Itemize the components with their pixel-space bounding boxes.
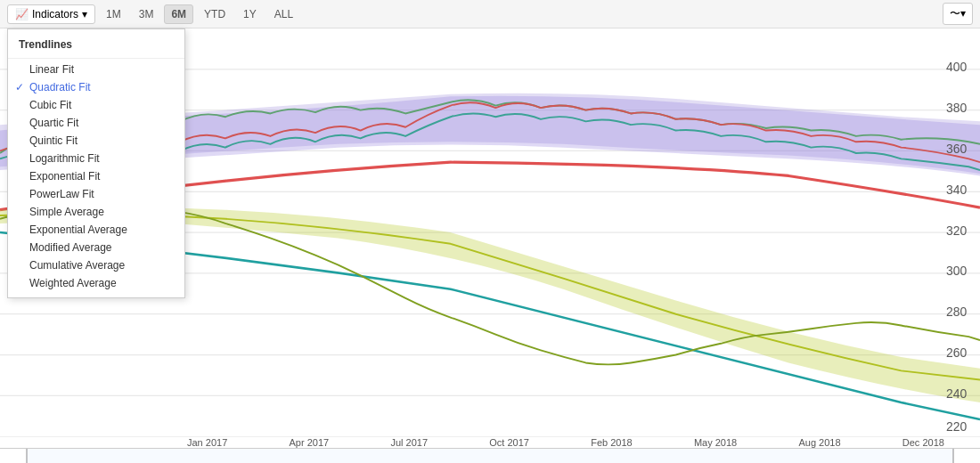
dropdown-item-logarithmic-fit[interactable]: Logarithmic Fit — [8, 150, 184, 167]
x-label-dec2018: Dec 2018 — [902, 437, 944, 448]
dropdown-item-simple-average[interactable]: Simple Average — [8, 203, 184, 221]
svg-text:400: 400 — [946, 60, 967, 74]
x-label-apr2017: Apr 2017 — [290, 437, 330, 448]
period-3m[interactable]: 3M — [132, 4, 161, 24]
x-axis: Jan 2017 Apr 2017 Jul 2017 Oct 2017 Feb … — [0, 436, 980, 448]
indicators-button[interactable]: 📈 Indicators ▾ — [7, 4, 95, 24]
toolbar: 📈 Indicators ▾ 1M 3M 6M YTD 1Y ALL 〜▾ — [0, 0, 980, 28]
mini-chart-svg: ⦿ ⦿ ⦿ — [0, 449, 980, 463]
dropdown-item-powerlaw-fit[interactable]: PowerLaw Fit — [8, 185, 184, 203]
period-6m[interactable]: 6M — [164, 4, 193, 24]
dropdown-item-linear-fit[interactable]: Linear Fit — [8, 61, 184, 78]
mini-chart[interactable]: ⦿ ⦿ ⦿ — [0, 448, 980, 463]
dropdown-item-weighted-average[interactable]: Weighted Average — [8, 274, 184, 292]
period-1m[interactable]: 1M — [99, 4, 128, 24]
svg-rect-22 — [27, 449, 953, 463]
chart-type-button[interactable]: 〜▾ — [943, 3, 973, 25]
dropdown-item-modified-average[interactable]: Modified Average — [8, 239, 184, 256]
trendlines-dropdown: Trendlines Linear Fit Quadratic Fit Cubi… — [7, 28, 185, 298]
toolbar-right: 〜▾ — [943, 3, 973, 25]
svg-text:380: 380 — [946, 101, 967, 115]
period-1y[interactable]: 1Y — [236, 4, 264, 24]
period-all[interactable]: ALL — [267, 4, 300, 24]
x-label-may2018: May 2018 — [694, 437, 737, 448]
indicators-label: Indicators — [32, 8, 78, 20]
dropdown-item-quartic-fit[interactable]: Quartic Fit — [8, 114, 184, 132]
main-chart-area: Trendlines Linear Fit Quadratic Fit Cubi… — [0, 28, 980, 436]
dropdown-item-exponential-average[interactable]: Exponential Average — [8, 221, 184, 239]
dropdown-arrow-icon: ▾ — [82, 8, 87, 20]
svg-text:240: 240 — [946, 386, 967, 401]
period-ytd[interactable]: YTD — [197, 4, 233, 24]
svg-text:280: 280 — [946, 305, 967, 319]
x-label-jul2017: Jul 2017 — [390, 437, 428, 448]
dropdown-item-cumulative-average[interactable]: Cumulative Average — [8, 256, 184, 274]
x-label-aug2018: Aug 2018 — [798, 437, 840, 448]
chart-icon: 📈 — [15, 8, 29, 20]
svg-text:360: 360 — [946, 142, 967, 156]
app-container: 📈 Indicators ▾ 1M 3M 6M YTD 1Y ALL 〜▾ Tr… — [0, 0, 980, 463]
x-label-jan2017: Jan 2017 — [187, 437, 227, 448]
dropdown-divider — [8, 58, 184, 59]
svg-text:300: 300 — [946, 264, 967, 278]
x-label-oct2017: Oct 2017 — [489, 437, 529, 448]
svg-text:220: 220 — [946, 419, 967, 434]
dropdown-item-quadratic-fit[interactable]: Quadratic Fit — [8, 78, 184, 96]
x-label-feb2018: Feb 2018 — [591, 437, 632, 448]
dropdown-item-quintic-fit[interactable]: Quintic Fit — [8, 132, 184, 150]
dropdown-item-cubic-fit[interactable]: Cubic Fit — [8, 96, 184, 114]
svg-text:320: 320 — [946, 223, 967, 238]
dropdown-header: Trendlines — [8, 35, 184, 56]
svg-text:340: 340 — [946, 183, 967, 197]
svg-text:260: 260 — [946, 345, 967, 360]
dropdown-item-exponential-fit[interactable]: Exponential Fit — [8, 167, 184, 185]
